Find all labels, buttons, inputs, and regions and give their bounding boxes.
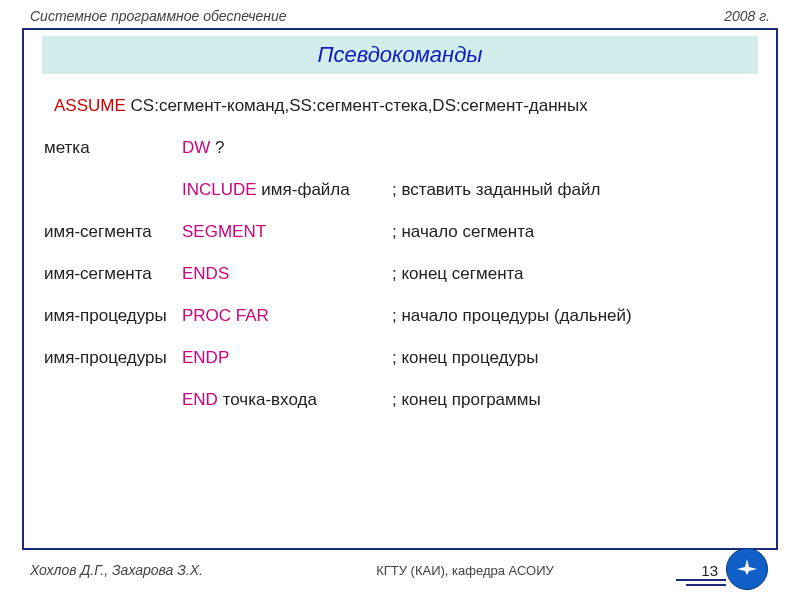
row-directive: SEGMENT: [182, 222, 392, 242]
directive-row: INCLUDE имя-файла ; вставить заданный фа…: [44, 180, 766, 200]
assume-line: ASSUME CS:сегмент-команд,SS:сегмент-стек…: [44, 96, 766, 116]
row-label: имя-сегмента: [44, 264, 182, 284]
directive-row: метка DW ?: [44, 138, 766, 158]
logo-lines-icon: [676, 579, 726, 586]
row-directive: PROC FAR: [182, 306, 392, 326]
institution-logo: [726, 548, 770, 592]
row-comment: ; вставить заданный файл: [392, 180, 600, 200]
slide-content: ASSUME CS:сегмент-команд,SS:сегмент-стек…: [24, 74, 776, 410]
directive-row: END точка-входа ; конец программы: [44, 390, 766, 410]
page-number: 13: [701, 562, 718, 579]
slide-header: Системное программное обеспечение 2008 г…: [0, 0, 800, 28]
row-comment: ; конец процедуры: [392, 348, 538, 368]
row-label: имя-процедуры: [44, 348, 182, 368]
directive-row: имя-сегмента ENDS ; конец сегмента: [44, 264, 766, 284]
row-label: имя-сегмента: [44, 222, 182, 242]
assume-ss-label: ,SS:: [285, 96, 317, 115]
header-year: 2008 г.: [724, 8, 770, 24]
assume-ss-value: сегмент-стека: [317, 96, 428, 115]
directive-row: имя-сегмента SEGMENT ; начало сегмента: [44, 222, 766, 242]
slide-footer: Хохлов Д.Г., Захарова З.Х. КГТУ (КАИ), к…: [0, 548, 800, 592]
row-directive: INCLUDE имя-файла: [182, 180, 392, 200]
row-comment: ; начало сегмента: [392, 222, 534, 242]
row-comment: ; начало процедуры (дальней): [392, 306, 632, 326]
row-label: [44, 390, 182, 410]
assume-cs-value: сегмент-команд: [159, 96, 285, 115]
slide-title: Псевдокоманды: [318, 42, 483, 67]
row-directive: ENDP: [182, 348, 392, 368]
footer-institution: КГТУ (КАИ), кафедра АСОИУ: [320, 563, 610, 578]
slide-frame: Псевдокоманды ASSUME CS:сегмент-команд,S…: [22, 28, 778, 550]
assume-cs-label: CS:: [131, 96, 159, 115]
assume-keyword: ASSUME: [54, 96, 126, 115]
header-course-title: Системное программное обеспечение: [30, 8, 287, 24]
row-label: метка: [44, 138, 182, 158]
footer-authors: Хохлов Д.Г., Захарова З.Х.: [30, 562, 320, 578]
assume-ds-label: ,DS:: [428, 96, 461, 115]
airplane-icon: [726, 548, 768, 590]
row-comment: ; конец сегмента: [392, 264, 524, 284]
row-label: имя-процедуры: [44, 306, 182, 326]
assume-ds-value: сегмент-данных: [461, 96, 588, 115]
row-label: [44, 180, 182, 200]
row-directive: DW ?: [182, 138, 392, 158]
row-comment: ; конец программы: [392, 390, 541, 410]
slide-title-bar: Псевдокоманды: [42, 36, 758, 74]
row-directive: ENDS: [182, 264, 392, 284]
directive-row: имя-процедуры ENDP ; конец процедуры: [44, 348, 766, 368]
row-directive: END точка-входа: [182, 390, 392, 410]
directive-row: имя-процедуры PROC FAR ; начало процедур…: [44, 306, 766, 326]
